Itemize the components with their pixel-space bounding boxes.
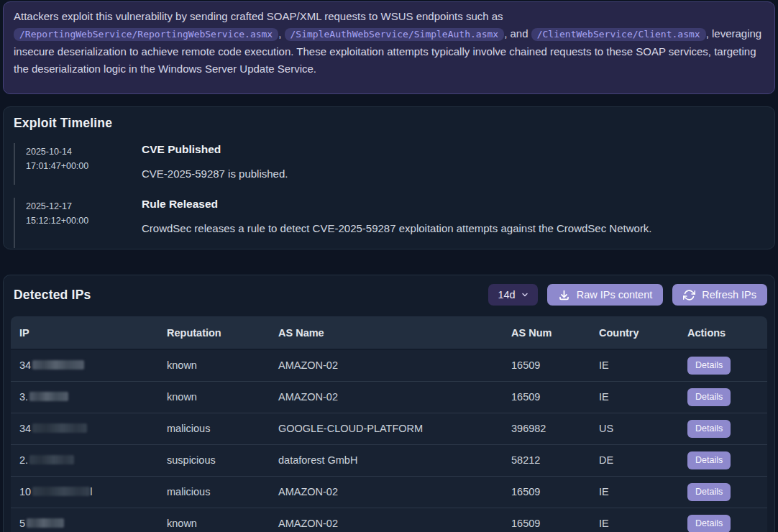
timeline-event-title: CVE Published (142, 143, 767, 156)
timeline-event-date: 2025-12-17 (26, 199, 142, 214)
ip-suffix-part: l (90, 486, 92, 497)
as-name-cell: dataforest GmbH (270, 444, 503, 476)
details-button[interactable]: Details (687, 451, 731, 469)
timeline-event-time: 15:12:12+00:00 (26, 214, 142, 228)
ip-cell: 3. (11, 381, 158, 413)
as-num-cell: 16509 (503, 508, 590, 532)
redacted-ip-block (29, 455, 74, 464)
ip-visible-part: 10 (19, 486, 31, 497)
ip-cell: 34 (11, 413, 158, 444)
column-header-reputation: Reputation (158, 316, 270, 349)
description-intro: Attackers exploit this vulnerability by … (14, 10, 503, 22)
column-header-country: Country (590, 316, 679, 349)
period-select-value: 14d (498, 289, 515, 301)
as-num-cell: 396982 (503, 413, 590, 444)
as-num-cell: 58212 (503, 444, 590, 476)
redacted-ip-block (32, 487, 90, 496)
timeline-event-date: 2025-10-14 (26, 145, 142, 159)
ip-visible-part: 3. (19, 391, 28, 403)
endpoint-path-simpleauth: /SimpleAuthWebService/SimpleAuth.asmx (285, 28, 505, 41)
country-cell: IE (590, 476, 679, 508)
actions-cell: Details (679, 381, 767, 413)
actions-cell: Details (679, 349, 767, 381)
vulnerability-description-card: Attackers exploit this vulnerability by … (3, 1, 775, 94)
refresh-icon (683, 289, 695, 301)
table-row: 3. known AMAZON-02 16509 IE Details (11, 381, 767, 413)
reputation-cell: known (158, 349, 270, 381)
table-row: 10l malicious AMAZON-02 16509 IE Details (11, 476, 767, 508)
period-select[interactable]: 14d (488, 284, 537, 306)
redacted-ip-block (32, 360, 84, 370)
reputation-cell: malicious (158, 476, 270, 508)
ip-cell: 5 (11, 508, 158, 532)
raw-ips-content-label: Raw IPs content (577, 289, 653, 301)
as-num-cell: 16509 (503, 476, 590, 508)
column-header-as-name: AS Name (270, 316, 503, 349)
timeline-event-body: CVE Published CVE-2025-59287 is publishe… (142, 143, 767, 185)
redacted-ip-block (32, 423, 87, 433)
column-header-actions: Actions (679, 316, 767, 349)
actions-cell: Details (679, 444, 767, 476)
timeline-event-rule-released: 2025-12-17 15:12:12+00:00 Rule Released … (14, 198, 767, 248)
timeline-event-time: 17:01:47+00:00 (26, 159, 142, 173)
detected-ips-controls: 14d Raw IPs content Refresh IPs (488, 284, 767, 306)
timeline-event-description: CVE-2025-59287 is published. (142, 168, 767, 180)
reputation-cell: malicious (158, 413, 270, 444)
description-separator: , and (504, 27, 531, 40)
details-button[interactable]: Details (687, 388, 731, 406)
table-row: 34 malicious GOOGLE-CLOUD-PLATFORM 39698… (11, 413, 767, 444)
vulnerability-description: Attackers exploit this vulnerability by … (11, 8, 767, 78)
actions-cell: Details (679, 476, 767, 508)
ip-visible-part: 5 (19, 518, 25, 529)
country-cell: IE (590, 381, 679, 413)
table-header-row: IP Reputation AS Name AS Num Country Act… (11, 316, 767, 349)
endpoint-path-reportingwebservice: /ReportingWebService/ReportingWebService… (14, 28, 278, 41)
detected-ips-header: Detected IPs 14d Raw IPs content Refresh… (11, 284, 767, 306)
country-cell: IE (590, 508, 679, 532)
refresh-ips-button[interactable]: Refresh IPs (672, 284, 767, 306)
details-button[interactable]: Details (687, 515, 731, 532)
details-button[interactable]: Details (687, 357, 731, 375)
details-button[interactable]: Details (687, 483, 731, 501)
as-name-cell: GOOGLE-CLOUD-PLATFORM (270, 413, 503, 444)
timeline-event-title: Rule Released (142, 198, 767, 211)
country-cell: US (590, 413, 679, 444)
endpoint-path-clientwebservice: /ClientWebService/Client.asmx (531, 28, 706, 41)
exploit-timeline-title: Exploit Timeline (11, 116, 767, 131)
as-name-cell: AMAZON-02 (270, 476, 503, 508)
reputation-cell: known (158, 381, 270, 413)
as-name-cell: AMAZON-02 (270, 508, 503, 532)
timeline-event-description: CrowdSec releases a rule to detect CVE-2… (142, 222, 767, 234)
as-num-cell: 16509 (503, 381, 590, 413)
column-header-ip: IP (11, 316, 158, 349)
ip-cell: 34 (11, 349, 158, 381)
country-cell: DE (590, 444, 679, 476)
redacted-ip-block (29, 392, 68, 401)
reputation-cell: known (158, 508, 270, 532)
exploit-timeline-card: Exploit Timeline 2025-10-14 17:01:47+00:… (3, 106, 775, 249)
timeline-event-cve-published: 2025-10-14 17:01:47+00:00 CVE Published … (14, 143, 767, 185)
country-cell: IE (590, 349, 679, 381)
timeline-event-datetime: 2025-10-14 17:01:47+00:00 (26, 143, 142, 185)
table-row: 5 known AMAZON-02 16509 IE Details (11, 508, 767, 532)
table-row: 2. suspicious dataforest GmbH 58212 DE D… (11, 444, 767, 476)
raw-ips-content-button[interactable]: Raw IPs content (547, 284, 664, 306)
timeline-event-datetime: 2025-12-17 15:12:12+00:00 (26, 198, 142, 248)
reputation-cell: suspicious (158, 444, 270, 476)
column-header-as-num: AS Num (503, 316, 590, 349)
actions-cell: Details (679, 508, 767, 532)
actions-cell: Details (679, 413, 767, 444)
table-row: 34 known AMAZON-02 16509 IE Details (11, 349, 767, 381)
refresh-ips-label: Refresh IPs (702, 289, 756, 301)
ip-visible-part: 34 (19, 423, 31, 434)
download-icon (558, 289, 570, 301)
ip-visible-part: 2. (19, 454, 28, 466)
detected-ips-table: IP Reputation AS Name AS Num Country Act… (11, 316, 767, 532)
as-num-cell: 16509 (503, 349, 590, 381)
detected-ips-title: Detected IPs (14, 288, 91, 303)
as-name-cell: AMAZON-02 (270, 381, 503, 413)
details-button[interactable]: Details (687, 420, 731, 438)
redacted-ip-block (27, 518, 64, 528)
as-name-cell: AMAZON-02 (270, 349, 503, 381)
ip-visible-part: 34 (19, 359, 31, 371)
